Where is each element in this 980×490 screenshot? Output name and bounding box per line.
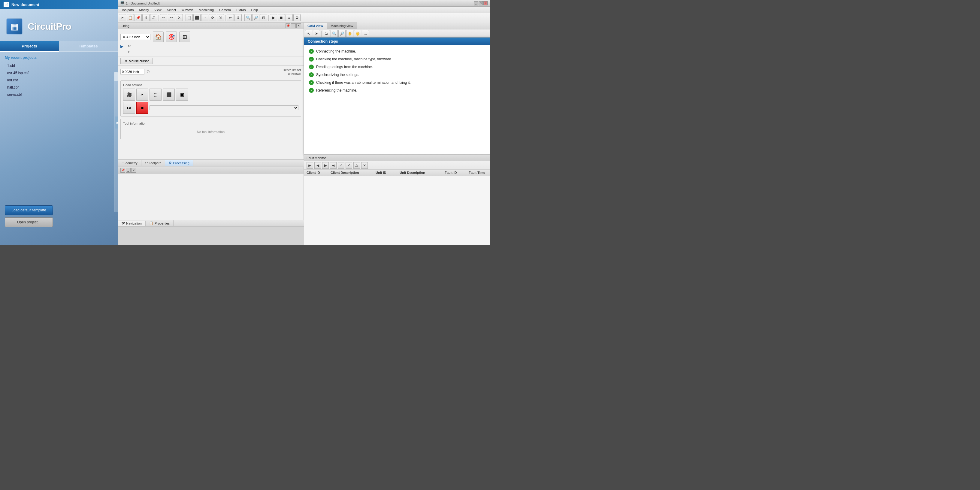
toolpath-tab[interactable]: ↩ Toolpath — [142, 160, 165, 166]
cam-more-btn[interactable]: … — [362, 30, 369, 37]
head-mode-select[interactable] — [150, 105, 298, 110]
fault-play-btn[interactable]: ▶ — [322, 162, 329, 169]
paste-button[interactable]: 📌 — [135, 14, 142, 21]
mirror-v-button[interactable]: ⇕ — [234, 14, 242, 21]
panel-handle[interactable]: ▶ — [115, 116, 118, 129]
mirror-h-button[interactable]: ⇔ — [227, 14, 234, 21]
menu-toolpath[interactable]: Toolpath — [119, 8, 136, 12]
menu-view[interactable]: View — [152, 8, 164, 12]
menu-machining[interactable]: Machining — [196, 8, 216, 12]
head-action-3-btn[interactable]: ▣ — [176, 89, 188, 100]
scroll-thumb[interactable] — [115, 72, 118, 81]
align-icon-btn[interactable]: ⊞ — [179, 32, 190, 42]
check-icon-2: ✓ — [309, 57, 314, 62]
open-project-button[interactable]: Open project... — [5, 217, 53, 227]
more-button[interactable]: ≡ — [286, 14, 293, 21]
cam-select-btn[interactable]: ↖ — [305, 30, 312, 37]
list-item[interactable]: 1.cbf — [5, 62, 113, 69]
fault-check-btn[interactable]: ✓ — [338, 162, 344, 169]
properties-tab[interactable]: 📋 Properties — [146, 220, 173, 226]
select-button[interactable]: ⬚ — [186, 14, 193, 21]
select2-button[interactable]: ⬛ — [193, 14, 200, 21]
fault-back-btn[interactable]: ◀ — [314, 162, 321, 169]
cam-pan2-btn[interactable]: 🖐 — [354, 30, 361, 37]
list-item[interactable]: servo.cbf — [5, 91, 113, 98]
scale-button[interactable]: ⇲ — [217, 14, 224, 21]
stop-button[interactable]: ⏹ — [278, 14, 285, 21]
zoom-fit-button[interactable]: ⊡ — [260, 14, 267, 21]
processing-tab[interactable]: ⚙ Processing — [165, 160, 193, 166]
print-button[interactable]: 🖨 — [142, 14, 150, 21]
load-default-template-button[interactable]: Load default template — [5, 205, 53, 215]
rotate-button[interactable]: ⟳ — [209, 14, 216, 21]
home-icon-btn[interactable]: 🏠 — [153, 32, 164, 42]
cam-pointer-btn[interactable]: ➤ — [313, 30, 320, 37]
head-action-1-btn[interactable]: ⬚ — [150, 89, 162, 100]
redo-button[interactable]: ↪ — [168, 14, 175, 21]
units-select[interactable]: 0.3937 inch — [120, 34, 150, 40]
cut-button[interactable]: ✂ — [119, 14, 126, 21]
settings-button[interactable]: ⚙ — [293, 14, 301, 21]
lower-close-button[interactable]: ✕ — [131, 168, 136, 173]
mouse-cursor-button[interactable]: 🖱 Mouse cursor — [120, 58, 153, 64]
head-action-2-btn[interactable]: ⬛ — [163, 89, 175, 100]
panel-minimize-button[interactable]: _ — [291, 24, 296, 28]
menu-select[interactable]: Select — [164, 8, 179, 12]
close-button[interactable]: ✕ — [484, 1, 488, 5]
navigation-tab[interactable]: 🗺 Navigation — [118, 221, 146, 226]
print2-button[interactable]: 🖨 — [150, 14, 158, 21]
list-item[interactable]: hall.cbf — [5, 84, 113, 91]
menu-extras[interactable]: Extras — [234, 8, 248, 12]
zoom-in-button[interactable]: 🔍 — [244, 14, 251, 21]
lower-pin-button[interactable]: 📌 — [120, 168, 125, 173]
scrollbar[interactable] — [114, 72, 118, 212]
zoom-out-button[interactable]: 🔎 — [252, 14, 259, 21]
fault-close-btn[interactable]: ✕ — [361, 162, 368, 169]
menu-wizards[interactable]: Wizards — [179, 8, 196, 12]
geometry-tab[interactable]: ◻ eometry — [118, 160, 142, 166]
tab-templates[interactable]: Templates — [59, 41, 118, 52]
close-button-tb[interactable]: ✕ — [176, 14, 183, 21]
menu-modify[interactable]: Modify — [137, 8, 151, 12]
head-action-cam-btn[interactable]: 🎥 — [123, 89, 135, 100]
list-item[interactable]: avr 45 isp.cbf — [5, 69, 113, 76]
machining-view-tab[interactable]: Machining view — [327, 22, 357, 29]
cam-view-tab[interactable]: CAM view — [304, 22, 327, 29]
fault-check2-btn[interactable]: ✔ — [345, 162, 352, 169]
cam-pan-btn[interactable]: ✋ — [346, 30, 353, 37]
window-controls: _ □ ✕ — [474, 1, 488, 5]
units-row: 0.3937 inch 🏠 🎯 ⊞ — [120, 32, 301, 42]
step-4: ✓ Synchronizing the settings. — [309, 72, 485, 77]
coords-section: 0.3937 inch 🏠 🎯 ⊞ ▶ X: Y: — [118, 29, 304, 56]
menu-help[interactable]: Help — [248, 8, 260, 12]
cam-layers-btn[interactable]: 🗂 — [323, 30, 330, 37]
panel-close-button[interactable]: ✕ — [296, 24, 301, 28]
panel-pin-button[interactable]: 📌 — [286, 24, 290, 28]
restore-button[interactable]: □ — [479, 1, 483, 5]
nd-title: New document — [11, 2, 39, 7]
no-tool-info-label: No tool information — [123, 127, 298, 137]
menu-camera[interactable]: Camera — [217, 8, 233, 12]
col-unit-id: Unit ID — [375, 171, 399, 175]
fault-skip-back-btn[interactable]: ⏮ — [307, 162, 313, 169]
fault-warn-btn[interactable]: ⚠ — [353, 162, 360, 169]
tool-info-title: Tool information — [123, 122, 298, 125]
target-icon-btn[interactable]: 🎯 — [166, 32, 177, 42]
head-stop-btn[interactable]: ■ — [136, 102, 148, 114]
tab-projects[interactable]: Projects — [0, 41, 59, 52]
fault-forward-btn[interactable]: ⏭ — [330, 162, 337, 169]
minimize-button[interactable]: _ — [474, 1, 478, 5]
play-button[interactable]: ▶ — [270, 14, 277, 21]
lower-minimize-button[interactable]: _ — [126, 168, 130, 173]
cam-zoom-out-btn[interactable]: 🔎 — [338, 30, 345, 37]
head-action-cut-btn[interactable]: ✂ — [136, 89, 148, 100]
toolbar-row-1: ✂ 📋 📌 🖨 🖨 ↩ ↪ ✕ ⬚ ⬛ ↔ ⟳ ⇲ ⇔ ⇕ 🔍 🔎 ⊡ ▶ ⏹ … — [118, 13, 490, 22]
z-value-input[interactable] — [120, 69, 145, 75]
app-icon: 🖥️ — [120, 1, 125, 5]
move-button[interactable]: ↔ — [201, 14, 208, 21]
cam-zoom-in-btn[interactable]: 🔍 — [331, 30, 338, 37]
list-item[interactable]: led.cbf — [5, 76, 113, 84]
head-step-btn[interactable]: ⏭ — [123, 102, 135, 114]
undo-button[interactable]: ↩ — [160, 14, 167, 21]
copy-button[interactable]: 📋 — [127, 14, 134, 21]
